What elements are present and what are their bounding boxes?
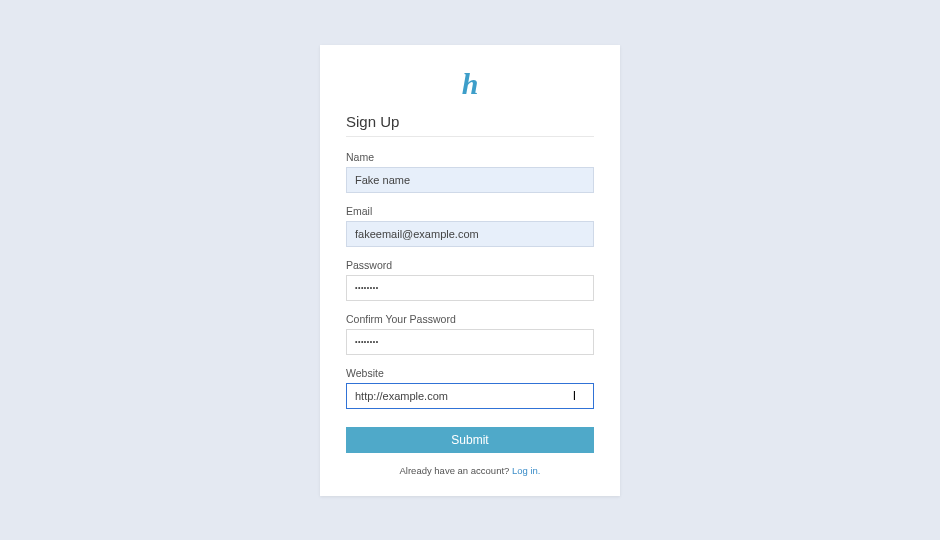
name-field-group: Name	[346, 151, 594, 193]
footer-prompt: Already have an account?	[399, 465, 512, 476]
confirm-password-label: Confirm Your Password	[346, 313, 594, 325]
footer-text: Already have an account? Log in.	[346, 465, 594, 476]
website-field-group: Website I	[346, 367, 594, 409]
submit-button[interactable]: Submit	[346, 427, 594, 453]
website-label: Website	[346, 367, 594, 379]
page-title: Sign Up	[346, 113, 594, 137]
name-label: Name	[346, 151, 594, 163]
name-input[interactable]	[346, 167, 594, 193]
confirm-password-field-group: Confirm Your Password	[346, 313, 594, 355]
email-field-group: Email	[346, 205, 594, 247]
password-field-group: Password	[346, 259, 594, 301]
logo-wrap: h	[346, 69, 594, 99]
website-input[interactable]	[346, 383, 594, 409]
logo-icon: h	[462, 69, 479, 99]
password-input[interactable]	[346, 275, 594, 301]
login-link[interactable]: Log in.	[512, 465, 541, 476]
signup-card: h Sign Up Name Email Password Confirm Yo…	[320, 45, 620, 496]
password-label: Password	[346, 259, 594, 271]
confirm-password-input[interactable]	[346, 329, 594, 355]
email-input[interactable]	[346, 221, 594, 247]
email-label: Email	[346, 205, 594, 217]
